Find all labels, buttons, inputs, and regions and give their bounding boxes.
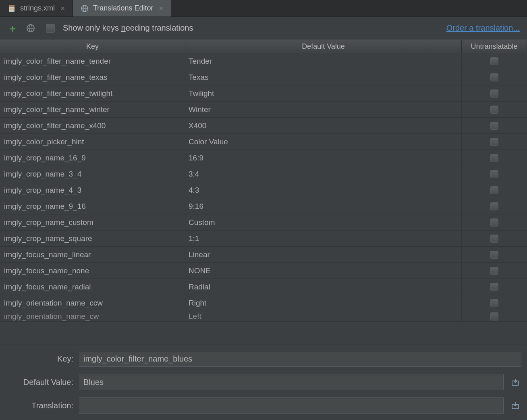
cell-key[interactable]: imgly_focus_name_radial [0,279,185,295]
translations-table: imgly_color_filter_name_tenderTenderimgl… [0,53,527,345]
cell-default-value[interactable]: Color Value [185,134,462,150]
cell-key[interactable]: imgly_crop_name_square [0,231,185,246]
table-row[interactable]: imgly_color_filter_name_tenderTender [0,53,527,69]
cell-untranslatable [462,85,527,101]
cell-default-value[interactable]: Winter [185,102,462,117]
label-text-pre: Show only keys [63,23,121,32]
untranslatable-checkbox[interactable] [490,57,498,65]
cell-default-value[interactable]: Left [185,311,462,321]
detail-translation-input[interactable] [79,397,504,414]
table-row[interactable]: imgly_color_filter_name_twilightTwilight [0,85,527,102]
column-header-untranslatable[interactable]: Untranslatable [462,40,527,53]
detail-default-input[interactable] [79,374,504,390]
cell-default-value[interactable]: 3:4 [185,166,462,182]
column-header-key[interactable]: Key [0,40,185,53]
table-row[interactable]: imgly_color_filter_name_texasTexas [0,69,527,85]
tab-translations-editor[interactable]: Translations Editor ✕ [73,0,171,17]
cell-key[interactable]: imgly_crop_name_3_4 [0,166,185,182]
cell-key[interactable]: imgly_color_filter_name_x400 [0,118,185,133]
cell-default-value[interactable]: Texas [185,69,462,85]
table-row[interactable]: imgly_crop_name_3_43:4 [0,166,527,182]
cell-untranslatable [462,214,527,230]
table-row[interactable]: imgly_crop_name_square1:1 [0,231,527,247]
cell-default-value[interactable]: Custom [185,214,462,230]
detail-row-key: Key: [6,351,521,367]
cell-default-value[interactable]: 16:9 [185,150,462,166]
column-header-default-value[interactable]: Default Value [185,40,462,53]
cell-default-value[interactable]: NONE [185,263,462,279]
untranslatable-checkbox[interactable] [490,122,498,130]
cell-default-value[interactable]: X400 [185,118,462,133]
untranslatable-checkbox[interactable] [490,154,498,162]
cell-default-value[interactable]: 4:3 [185,182,462,198]
cell-default-value[interactable]: Right [185,295,462,311]
untranslatable-checkbox[interactable] [490,267,498,275]
svg-rect-1 [9,5,15,7]
cell-key[interactable]: imgly_crop_name_9_16 [0,198,185,214]
table-row[interactable]: imgly_focus_name_noneNONE [0,263,527,279]
cell-default-value[interactable]: Twilight [185,85,462,101]
cell-key[interactable]: imgly_color_picker_hint [0,134,185,150]
untranslatable-checkbox[interactable] [490,299,498,307]
table-row[interactable]: imgly_color_filter_name_x400X400 [0,118,527,134]
table-row[interactable]: imgly_focus_name_linearLinear [0,247,527,263]
cell-key[interactable]: imgly_orientation_name_ccw [0,295,185,311]
open-resource-icon[interactable] [509,399,521,412]
table-row[interactable]: imgly_orientation_name_cwLeft [0,311,527,322]
detail-translation-label: Translation: [6,401,73,410]
table-row[interactable]: imgly_crop_name_16_916:9 [0,150,527,166]
table-row[interactable]: imgly_orientation_name_ccwRight [0,295,527,311]
cell-key[interactable]: imgly_color_filter_name_texas [0,69,185,85]
tab-label: strings.xml [20,4,55,12]
untranslatable-checkbox[interactable] [490,106,498,114]
cell-untranslatable [462,182,527,198]
globe-icon [80,4,89,13]
cell-default-value[interactable]: 1:1 [185,231,462,246]
toolbar: ＋ Show only keys needing translations Or… [0,17,527,40]
show-only-untranslated-label[interactable]: Show only keys needing translations [63,23,193,33]
table-row[interactable]: imgly_color_picker_hintColor Value [0,134,527,150]
untranslatable-checkbox[interactable] [490,235,498,243]
label-text-post: eeding translations [126,23,193,32]
close-icon[interactable]: ✕ [60,5,65,12]
untranslatable-checkbox[interactable] [490,283,498,291]
untranslatable-checkbox[interactable] [490,218,498,227]
cell-key[interactable]: imgly_crop_name_custom [0,214,185,230]
cell-default-value[interactable]: Radial [185,279,462,295]
untranslatable-checkbox[interactable] [490,251,498,259]
cell-default-value[interactable]: 9:16 [185,198,462,214]
untranslatable-checkbox[interactable] [490,138,498,146]
detail-key-label: Key: [6,354,73,364]
detail-default-label: Default Value: [6,378,73,387]
cell-key[interactable]: imgly_crop_name_4_3 [0,182,185,198]
cell-default-value[interactable]: Linear [185,247,462,262]
untranslatable-checkbox[interactable] [490,170,498,178]
cell-key[interactable]: imgly_color_filter_name_twilight [0,85,185,101]
cell-untranslatable [462,53,527,69]
table-row[interactable]: imgly_crop_name_4_34:3 [0,182,527,198]
cell-key[interactable]: imgly_color_filter_name_tender [0,53,185,69]
untranslatable-checkbox[interactable] [490,89,498,98]
close-icon[interactable]: ✕ [159,5,164,12]
untranslatable-checkbox[interactable] [490,202,498,210]
order-translation-link[interactable]: Order a translation... [446,23,520,33]
untranslatable-checkbox[interactable] [490,186,498,194]
untranslatable-checkbox[interactable] [490,312,498,320]
open-resource-icon[interactable] [509,376,521,388]
show-only-untranslated-checkbox[interactable] [46,24,55,33]
add-key-button[interactable]: ＋ [7,23,18,33]
cell-key[interactable]: imgly_focus_name_none [0,263,185,279]
untranslatable-checkbox[interactable] [490,73,498,81]
cell-key[interactable]: imgly_orientation_name_cw [0,311,185,321]
add-locale-button[interactable] [26,23,35,33]
cell-key[interactable]: imgly_color_filter_name_winter [0,102,185,117]
detail-key-input[interactable] [79,351,521,367]
cell-key[interactable]: imgly_focus_name_linear [0,247,185,262]
tab-strings-xml[interactable]: <> strings.xml ✕ [0,0,73,17]
table-row[interactable]: imgly_crop_name_9_169:16 [0,198,527,214]
cell-default-value[interactable]: Tender [185,53,462,69]
cell-key[interactable]: imgly_crop_name_16_9 [0,150,185,166]
table-row[interactable]: imgly_focus_name_radialRadial [0,279,527,295]
table-row[interactable]: imgly_crop_name_customCustom [0,214,527,231]
table-row[interactable]: imgly_color_filter_name_winterWinter [0,102,527,118]
